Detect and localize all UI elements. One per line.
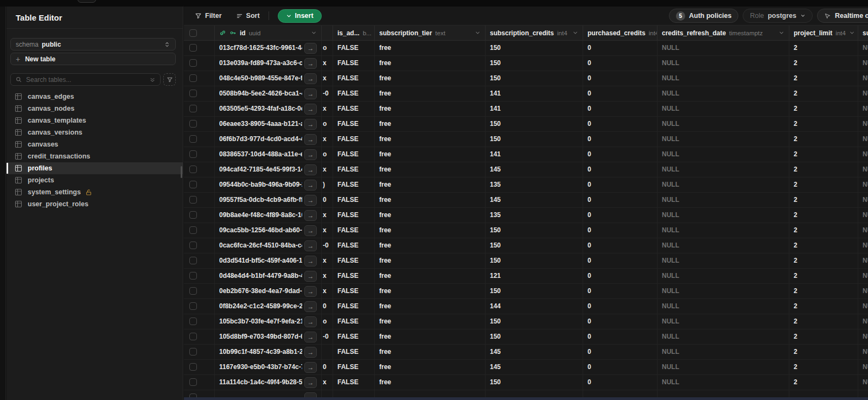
cell-clipped[interactable]: NULL — [858, 223, 868, 238]
table-row[interactable]: 063505e5-4293-4faf-a18c-0e65b...→ x FALS… — [184, 101, 868, 117]
row-checkbox[interactable] — [189, 135, 197, 143]
cell-is-admin[interactable]: FALSE — [333, 208, 375, 223]
cell-truncated[interactable]: x — [322, 253, 333, 268]
realtime-toggle-button[interactable]: Realtime off — [817, 9, 868, 23]
expand-row-button[interactable]: → — [304, 347, 317, 358]
cell-project-limit[interactable]: 2 — [789, 117, 858, 131]
cell-subscription-credits[interactable]: 145 — [486, 193, 583, 207]
cell-is-admin[interactable]: FALSE — [333, 314, 375, 329]
cell-purchased-credits[interactable]: 0 — [583, 269, 658, 283]
row-checkbox[interactable] — [189, 59, 197, 67]
table-row[interactable]: 10b99c1f-4857-4c39-a8b1-263b8...→ FALSE … — [184, 345, 868, 360]
cell-subscription-tier[interactable]: free — [375, 101, 486, 116]
cell-id[interactable]: 105d8bf9-e703-49bd-807d-645e...→ — [215, 329, 322, 344]
row-checkbox[interactable] — [189, 74, 197, 82]
cell-is-admin[interactable]: FALSE — [333, 223, 375, 238]
cell-truncated[interactable]: o — [322, 117, 333, 131]
cell-truncated[interactable]: x — [322, 56, 333, 71]
column-header-project-limit[interactable]: project_limit int4 — [789, 26, 858, 40]
search-tables-input[interactable]: Search tables... — [10, 73, 161, 86]
column-header-purchased-credits[interactable]: purchased_credits int4 — [583, 26, 658, 40]
expand-row-button[interactable]: → — [304, 240, 317, 251]
new-table-button[interactable]: + New table — [10, 53, 176, 65]
cell-subscription-tier[interactable]: free — [375, 284, 486, 299]
cell-subscription-tier[interactable]: free — [375, 345, 486, 359]
sidebar-item-projects[interactable]: projects — [7, 174, 183, 186]
cell-id[interactable]: 013cf78d-1625-43fc-9961-442189...→ — [215, 41, 322, 55]
cell-credits-refresh-date[interactable]: NULL — [658, 223, 789, 238]
column-menu-icon[interactable] — [475, 30, 481, 36]
table-row[interactable]: 0d3d541d-bf5c-459f-a406-16b93...→ x FALS… — [184, 253, 868, 269]
cell-truncated[interactable]: x — [322, 132, 333, 147]
cell-id[interactable]: 063505e5-4293-4faf-a18c-0e65b...→ — [215, 101, 322, 116]
cell-purchased-credits[interactable]: 0 — [583, 56, 658, 71]
cell-clipped[interactable]: NULL — [858, 314, 868, 329]
cell-truncated[interactable]: x — [322, 284, 333, 299]
cell-truncated[interactable]: -0 — [322, 238, 333, 253]
cell-subscription-tier[interactable]: free — [375, 375, 486, 390]
column-menu-icon[interactable] — [572, 30, 578, 36]
cell-truncated[interactable]: x — [322, 375, 333, 390]
cell-subscription-credits[interactable]: 145 — [486, 345, 583, 359]
row-checkbox[interactable] — [189, 348, 197, 355]
cell-subscription-tier[interactable]: free — [375, 147, 486, 162]
cell-subscription-tier[interactable]: free — [375, 177, 486, 192]
sidebar-item-credit_transactions[interactable]: credit_transactions — [7, 150, 183, 162]
cell-id[interactable]: 105bc3b7-03fe-4e7f-9efa-21bb40...→ — [215, 314, 322, 329]
cell-subscription-credits[interactable]: 150 — [486, 223, 583, 238]
column-menu-icon[interactable] — [778, 30, 784, 36]
cell-is-admin[interactable]: FALSE — [333, 238, 375, 253]
cell-subscription-tier[interactable]: free — [375, 360, 486, 374]
expand-row-button[interactable]: → — [304, 195, 317, 206]
cell-purchased-credits[interactable]: 0 — [583, 329, 658, 344]
sidebar-item-canvas_templates[interactable]: canvas_templates — [7, 115, 183, 126]
cell-is-admin[interactable]: FALSE — [333, 284, 375, 299]
cell-project-limit[interactable]: 2 — [789, 208, 858, 223]
cell-project-limit[interactable]: 2 — [789, 101, 858, 116]
cell-project-limit[interactable]: 2 — [789, 238, 858, 253]
cell-id[interactable]: 1167e930-e5b0-43b7-b74c-788c9...→ — [215, 360, 322, 374]
cell-purchased-credits[interactable]: 0 — [583, 86, 658, 101]
table-row[interactable]: 09557f5a-0dcb-4cb9-a6fb-fff366...→ 0 FAL… — [184, 193, 868, 208]
expand-row-button[interactable]: → — [304, 332, 317, 342]
cell-subscription-tier[interactable]: free — [375, 223, 486, 238]
cell-clipped[interactable]: NULL — [858, 41, 868, 55]
cell-project-limit[interactable]: 2 — [789, 314, 858, 329]
table-row[interactable]: 09544b0c-ba9b-496a-9b09-244...→ ) FALSE … — [184, 177, 868, 193]
schema-select[interactable]: schema public — [10, 38, 176, 50]
expand-row-button[interactable]: → — [304, 119, 317, 130]
sidebar-item-canvas_versions[interactable]: canvas_versions — [7, 126, 183, 138]
cell-clipped[interactable]: NULL — [858, 284, 868, 299]
sort-button[interactable]: Sort — [236, 12, 260, 20]
cell-subscription-tier[interactable]: free — [375, 71, 486, 86]
cell-is-admin[interactable]: FALSE — [333, 86, 375, 101]
cell-project-limit[interactable]: 2 — [789, 56, 858, 71]
cell-credits-refresh-date[interactable]: NULL — [658, 360, 789, 374]
cell-credits-refresh-date[interactable]: NULL — [658, 329, 789, 344]
table-row[interactable]: 1167e930-e5b0-43b7-b74c-788c9...→ 0 FALS… — [184, 360, 868, 375]
cell-subscription-credits[interactable]: 150 — [486, 329, 583, 344]
select-all-checkbox[interactable] — [189, 29, 197, 37]
insert-button[interactable]: Insert — [278, 9, 322, 23]
table-filter-button[interactable] — [163, 73, 176, 86]
cell-project-limit[interactable]: 2 — [789, 147, 858, 162]
cell-clipped[interactable]: NULL — [858, 238, 868, 253]
table-row[interactable]: 0508b94b-5ee2-4626-bca1-4bca...→ -0 FALS… — [184, 86, 868, 101]
cell-id[interactable]: 0f8b24e2-c1c2-4589-99ce-2c52d...→ — [215, 299, 322, 314]
cell-truncated[interactable]: o — [322, 314, 333, 329]
cell-clipped[interactable]: NULL — [858, 345, 868, 359]
table-row[interactable]: 013cf78d-1625-43fc-9961-442189...→ o FAL… — [184, 41, 868, 56]
cell-subscription-credits[interactable]: 150 — [486, 314, 583, 329]
cell-id[interactable]: 0d3d541d-bf5c-459f-a406-16b93...→ — [215, 253, 322, 268]
cell-project-limit[interactable]: 2 — [789, 162, 858, 177]
table-row[interactable]: 06f6b7d3-977d-4cd0-acd4-4a78...→ x FALSE… — [184, 132, 868, 147]
cell-subscription-credits[interactable]: 141 — [486, 147, 583, 162]
cell-purchased-credits[interactable]: 0 — [583, 284, 658, 299]
cell-subscription-credits[interactable]: 141 — [486, 86, 583, 101]
table-row[interactable]: 06eaee33-8905-4aaa-b121-ab552...→ o FALS… — [184, 117, 868, 132]
cell-subscription-credits[interactable]: 150 — [486, 284, 583, 299]
cell-purchased-credits[interactable]: 0 — [583, 223, 658, 238]
cell-subscription-tier[interactable]: free — [375, 56, 486, 71]
cell-project-limit[interactable]: 2 — [789, 329, 858, 344]
cell-project-limit[interactable]: 2 — [789, 86, 858, 101]
